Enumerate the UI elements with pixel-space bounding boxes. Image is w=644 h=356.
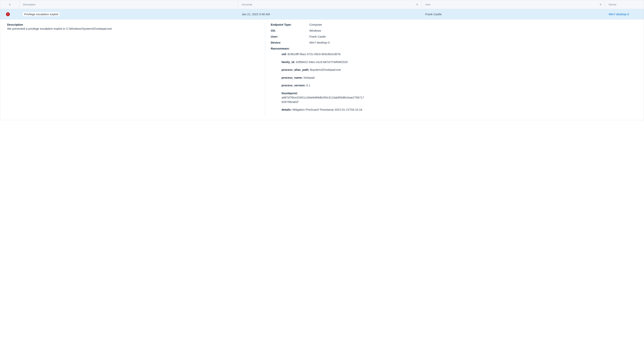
sub-key: thumbprint: xyxy=(282,91,364,96)
detail-panel: Description We prevented a privilege esc… xyxy=(0,19,644,120)
column-header-occurred[interactable]: Occurred xyxy=(238,0,422,9)
sort-icon xyxy=(9,3,11,5)
sub-key: details: xyxy=(282,108,292,111)
sub-key: family_id: xyxy=(282,60,295,64)
kv-endpoint-type: Endpoint Type: Computer xyxy=(271,23,637,26)
alert-critical-icon: ! xyxy=(6,12,10,16)
kv-uid: uid: 8c9b18ff-5ba1-072c-09c0-d03c6b2cd57… xyxy=(282,52,637,56)
cell-severity: ! xyxy=(0,12,20,16)
sub-val: $system32\notepad.exe xyxy=(310,68,341,71)
kv-value: Frank Castle xyxy=(309,35,326,38)
header-label: User xyxy=(425,3,430,6)
sub-key: process_name: xyxy=(282,76,303,79)
events-table: Description Occurred User Device ! Privi… xyxy=(0,0,644,120)
description-heading: Description xyxy=(7,23,261,26)
kv-label: Device: xyxy=(271,41,309,44)
cell-user: Frank Castle xyxy=(422,12,605,16)
table-header-row: Description Occurred User Device xyxy=(0,0,644,9)
kv-family-id: family_id: 42f68422-54ec-41c9-b87d-f734f… xyxy=(282,60,637,64)
device-link[interactable]: Win7-desktop-3 xyxy=(609,12,629,16)
sub-key: process_alias_path: xyxy=(282,68,309,71)
kv-label: OS: xyxy=(271,29,309,32)
kv-thumbprint: thumbprint: a687d7f9ce25451c1b6e8489db29… xyxy=(282,91,364,104)
kv-ransomware: Ransomware: xyxy=(271,47,637,50)
ransomware-block: uid: 8c9b18ff-5ba1-072c-09c0-d03c6b2cd57… xyxy=(271,52,637,112)
cell-device: Win7-desktop-3 xyxy=(605,12,644,16)
cell-occurred: Jan 21, 2022 9:40 AM xyxy=(238,12,422,16)
sub-val: 8c9b18ff-5ba1-072c-09c0-d03c6b2cd57b xyxy=(288,52,340,56)
kv-user: User: Frank Castle xyxy=(271,35,637,38)
sub-key: uid: xyxy=(282,52,287,56)
kv-process-alias-path: process_alias_path: $system32\notepad.ex… xyxy=(282,68,637,72)
kv-os: OS: Windows xyxy=(271,29,637,32)
column-header-device[interactable]: Device xyxy=(605,0,644,9)
column-header-user[interactable]: User xyxy=(422,0,605,9)
kv-value: Windows xyxy=(309,29,321,32)
table-row[interactable]: ! Privilege escalation exploit Jan 21, 2… xyxy=(0,9,644,19)
kv-label: Endpoint Type: xyxy=(271,23,309,26)
cell-description: Privilege escalation exploit xyxy=(20,12,238,16)
description-body: We prevented a privilege escalation expl… xyxy=(7,27,261,31)
detail-left: Description We prevented a privilege esc… xyxy=(7,23,265,115)
sub-val: 42f68422-54ec-41c9-b87d-f734f94f2320 xyxy=(296,60,348,64)
kv-process-version: process_version: 6.1 xyxy=(282,83,637,88)
kv-label: User: xyxy=(271,35,309,38)
header-label: Occurred xyxy=(242,3,252,6)
kv-device: Device: Win7-desktop-3 xyxy=(271,41,637,44)
column-header-severity[interactable] xyxy=(0,0,20,9)
device-link[interactable]: Win7-desktop-3 xyxy=(309,41,330,44)
sub-val: Mitigation PrivGuard Timestamp 2022-01-2… xyxy=(292,108,362,111)
header-label: Description xyxy=(23,3,36,6)
kv-label: Ransomware: xyxy=(271,47,309,50)
kv-details: details: Mitigation PrivGuard Timestamp … xyxy=(282,108,364,112)
column-header-description[interactable]: Description xyxy=(20,0,238,9)
header-label: Device xyxy=(609,3,616,6)
detail-right: Endpoint Type: Computer OS: Windows User… xyxy=(265,23,637,115)
kv-process-name: process_name: Notepad xyxy=(282,76,637,80)
sub-val: a687d7f9ce25451c1b6e8489db290c3110ab5f4d… xyxy=(282,95,364,104)
sub-val: 6.1 xyxy=(306,84,310,87)
kv-value: Computer xyxy=(309,23,322,26)
description-text: Privilege escalation exploit xyxy=(23,12,60,16)
sub-val: Notepad xyxy=(304,76,314,79)
sub-key: process_version: xyxy=(282,84,306,87)
sort-icon xyxy=(600,3,602,5)
sort-icon xyxy=(416,3,418,5)
